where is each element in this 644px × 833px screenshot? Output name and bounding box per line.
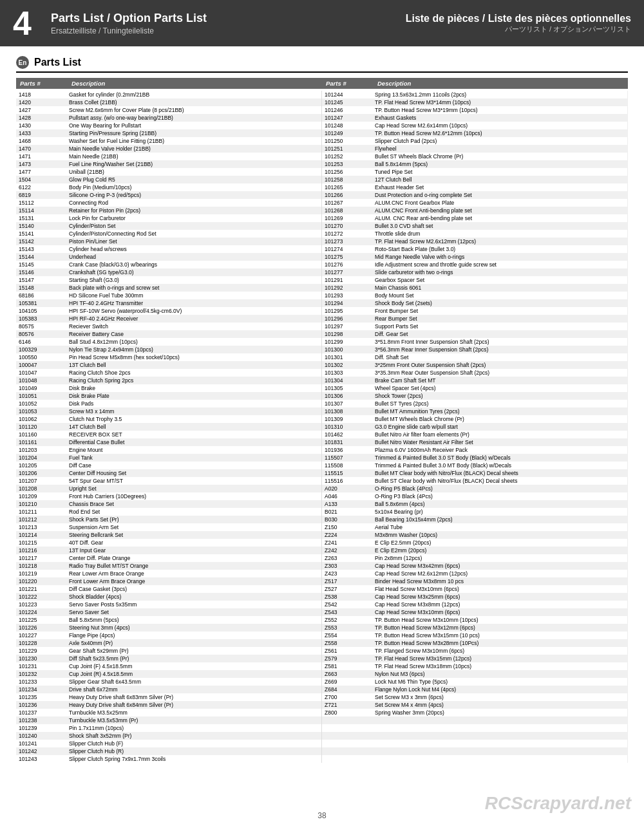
part-description-right: E Clip E2mm (20pcs) bbox=[374, 547, 628, 554]
part-description-right: O-Ring P3 Black (4Pcs) bbox=[374, 492, 628, 500]
part-description-right: TP. Flanged Screw M3x10mm (6pcs) bbox=[374, 647, 628, 655]
part-description-right: Cap Head Screw M3x25mm (6pcs) bbox=[374, 593, 628, 601]
part-number-right: 101304 bbox=[322, 377, 374, 384]
part-number-right: 101273 bbox=[322, 238, 374, 245]
part-description-left: Shock Bladder (4pcs) bbox=[68, 593, 322, 601]
part-number-right: 101250 bbox=[322, 137, 374, 145]
parts-table: 1418Gasket for cylinder (0.2mm/21BB10124… bbox=[16, 91, 628, 763]
part-number-left: 101227 bbox=[16, 632, 68, 639]
part-number-right: 101300 bbox=[322, 346, 374, 353]
part-description-left: Main Needle Valve Holder (21BB) bbox=[68, 145, 322, 153]
part-number-left: 101120 bbox=[16, 423, 68, 431]
part-description-right: Bullet ST Wheels Black Chrome (Pr) bbox=[374, 153, 628, 160]
part-number-right: 101256 bbox=[322, 168, 374, 176]
part-description-right: Nylon Nut M3 (6pcs) bbox=[374, 670, 628, 678]
part-number-left: 101208 bbox=[16, 485, 68, 492]
part-number-left: 101204 bbox=[16, 454, 68, 462]
part-number-right: 101295 bbox=[322, 307, 374, 315]
part-number-right: 101310 bbox=[322, 423, 374, 431]
part-description-right: Diff. Shaft Set bbox=[374, 353, 628, 361]
part-number-right: Z303 bbox=[322, 562, 374, 570]
part-description-left: Receiver Battery Case bbox=[68, 330, 322, 338]
part-number-right: 101296 bbox=[322, 315, 374, 323]
part-number-left: 101215 bbox=[16, 539, 68, 547]
part-number-left: 105381 bbox=[16, 299, 68, 307]
part-number-left: 1418 bbox=[16, 91, 68, 98]
part-number-right: 101297 bbox=[322, 323, 374, 330]
part-number-left: 101216 bbox=[16, 547, 68, 554]
part-number-left: 101203 bbox=[16, 446, 68, 454]
part-description-right: Shock Body Set (2sets) bbox=[374, 299, 628, 307]
part-description-right: 5x10x4 Bearing (pr) bbox=[374, 508, 628, 516]
part-number-left: 101052 bbox=[16, 400, 68, 407]
part-number-left: 15114 bbox=[16, 207, 68, 214]
part-description-right: TP. Button Head Screw M3x15mm (10 pcs) bbox=[374, 632, 628, 639]
part-number-left: 101242 bbox=[16, 747, 68, 755]
part-description-left: Diff Case Gasket (3pcs) bbox=[68, 585, 322, 593]
part-description-right: Flat Head Screw M3x10mm (6pcs) bbox=[374, 585, 628, 593]
part-number-right: 101265 bbox=[322, 183, 374, 191]
part-description-right: Set Screw M4 x 4mm (4pcs) bbox=[374, 701, 628, 709]
part-number-left: 101049 bbox=[16, 384, 68, 392]
part-number-left: 101237 bbox=[16, 709, 68, 716]
part-description-right: Bullet ST Tyres (2pcs) bbox=[374, 400, 628, 407]
part-number-left: 1471 bbox=[16, 153, 68, 160]
part-number-left: 101225 bbox=[16, 616, 68, 624]
part-number-right: Z558 bbox=[322, 639, 374, 647]
part-number-left: 101224 bbox=[16, 608, 68, 616]
part-description-right: Shock Tower (2pcs) bbox=[374, 392, 628, 400]
part-number-left: 101235 bbox=[16, 693, 68, 701]
part-number-right: Z669 bbox=[322, 678, 374, 686]
part-number-left: 15141 bbox=[16, 230, 68, 238]
part-description-left: Turnbuckle M3.5x25mm bbox=[68, 709, 322, 716]
part-description-left: Racing Clutch Shoe 2pcs bbox=[68, 369, 322, 377]
part-description-left: Turnbuckle M3.5x53mm (Pr) bbox=[68, 716, 322, 724]
header-title-fr: Liste de pièces / Liste des pièces optio… bbox=[406, 13, 631, 24]
part-description-right: Brake Cam Shaft Set MT bbox=[374, 377, 628, 384]
part-description-right: 3*25mm Front Outer Suspension Shaft (2pc… bbox=[374, 361, 628, 369]
part-description-right: Cap Head Screw M3x42mm (6pcs) bbox=[374, 562, 628, 570]
part-number-right: Z553 bbox=[322, 624, 374, 632]
part-number-right: 101258 bbox=[322, 176, 374, 183]
part-description-left: Front Hub Carriers (10Degrees) bbox=[68, 492, 322, 500]
part-description-left: Diff Shaft 5x23.5mm (Pr) bbox=[68, 655, 322, 662]
part-description-right: Slide carburetor with two o-rings bbox=[374, 268, 628, 276]
part-description-left: Back plate with o-rings and screw set bbox=[68, 284, 322, 292]
part-description-right: Slipper Clutch Pad (2pcs) bbox=[374, 137, 628, 145]
part-description-left: Screw M3 x 14mm bbox=[68, 407, 322, 415]
part-description-left: One Way Bearing for Pullstart bbox=[68, 122, 322, 129]
part-description-left: Suspension Arm Set bbox=[68, 523, 322, 531]
part-number-right: 101274 bbox=[322, 245, 374, 253]
part-description-left: Pullstart assy. (w/o one-way bearing/21B… bbox=[68, 114, 322, 122]
part-number-right: 115516 bbox=[322, 477, 374, 485]
part-number-right bbox=[322, 732, 374, 740]
part-number-right: 101249 bbox=[322, 129, 374, 137]
part-description-right: Rear Bumper Set bbox=[374, 315, 628, 323]
table-column-headers: Parts # Description Parts # Description bbox=[16, 78, 628, 89]
part-number-right: 101309 bbox=[322, 415, 374, 423]
part-description-right: O-Ring P5 Black (4Pcs) bbox=[374, 485, 628, 492]
part-number-right: Z241 bbox=[322, 539, 374, 547]
header-text-left: Parts List / Option Parts List Ersatztei… bbox=[51, 12, 207, 35]
part-number-right: 101245 bbox=[322, 98, 374, 106]
part-number-left: 101231 bbox=[16, 662, 68, 670]
part-description-right: Exhaust Header Set bbox=[374, 183, 628, 191]
part-description-left: Center Diff Housing Set bbox=[68, 469, 322, 477]
part-number-left: 101053 bbox=[16, 407, 68, 415]
part-description-right: Lock Nut M6 Thin Type (5pcs) bbox=[374, 678, 628, 686]
part-description-left: 54T Spur Gear MT/ST bbox=[68, 477, 322, 485]
part-number-left: 6819 bbox=[16, 191, 68, 199]
part-number-left: 80575 bbox=[16, 323, 68, 330]
part-number-right: 101298 bbox=[322, 330, 374, 338]
part-description-left: Servo Saver Posts 5x35mm bbox=[68, 601, 322, 608]
part-description-right: Set Screw M3 x 3mm (6pcs) bbox=[374, 693, 628, 701]
col-header-parts-num-right: Parts # bbox=[322, 78, 374, 89]
part-number-left: 101161 bbox=[16, 438, 68, 446]
part-number-right: 115507 bbox=[322, 454, 374, 462]
part-description-right: Trimmed & Painted Bullet 3.0 ST Body (Bl… bbox=[374, 454, 628, 462]
part-description-right: G3.0 Engine slide carb w/pull start bbox=[374, 423, 628, 431]
part-description-left: Flange Pipe (4pcs) bbox=[68, 632, 322, 639]
part-description-right: TP. Button Head Screw M3x12mm (6pcs) bbox=[374, 624, 628, 632]
part-number-left: 101220 bbox=[16, 577, 68, 585]
part-number-right: 101272 bbox=[322, 230, 374, 238]
